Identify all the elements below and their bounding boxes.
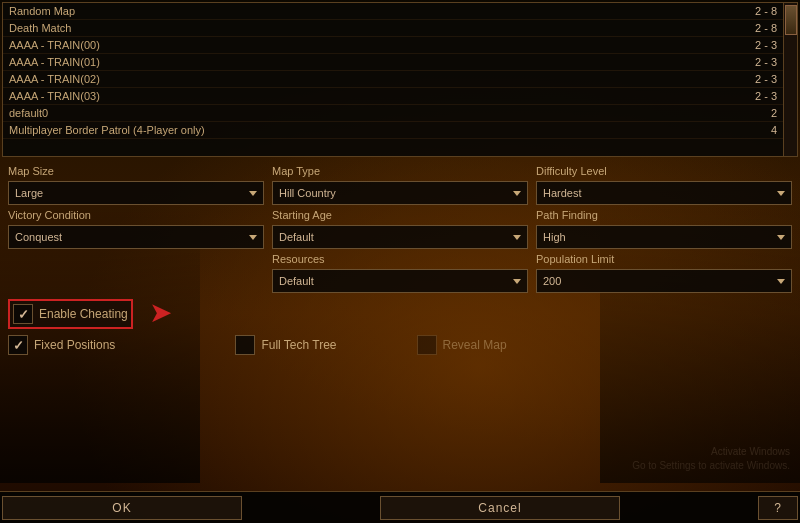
starting-age-dropdown[interactable]: Default <box>272 225 528 249</box>
full-tech-tree-checkbox[interactable] <box>235 335 255 355</box>
map-size-label: Map Size <box>8 165 264 177</box>
population-value: 200 <box>543 275 561 287</box>
population-label: Population Limit <box>536 253 792 265</box>
enable-cheating-label: Enable Cheating <box>39 307 128 321</box>
resources-label: Resources <box>272 253 528 265</box>
list-item-name: default0 <box>9 107 747 119</box>
settings-grid-row2: Victory Condition Conquest Starting Age … <box>4 205 796 249</box>
resources-value: Default <box>279 275 314 287</box>
difficulty-arrow-icon <box>777 191 785 196</box>
difficulty-dropdown[interactable]: Hardest <box>536 181 792 205</box>
map-size-group: Map Size Large <box>8 165 264 205</box>
help-button[interactable]: ? <box>758 496 798 520</box>
list-item-num: 2 - 3 <box>747 90 777 102</box>
map-list-panel: Random Map2 - 8Death Match2 - 8AAAA - TR… <box>2 2 798 157</box>
list-item[interactable]: Death Match2 - 8 <box>3 20 797 37</box>
cancel-button[interactable]: Cancel <box>380 496 620 520</box>
list-item[interactable]: Random Map2 - 8 <box>3 3 797 20</box>
difficulty-group: Difficulty Level Hardest <box>536 165 792 205</box>
list-item[interactable]: AAAA - TRAIN(03)2 - 3 <box>3 88 797 105</box>
list-item[interactable]: Multiplayer Border Patrol (4-Player only… <box>3 122 797 139</box>
ok-button[interactable]: OK <box>2 496 242 520</box>
list-item-num: 2 - 8 <box>747 5 777 17</box>
starting-age-group: Starting Age Default <box>272 209 528 249</box>
bottom-bar: OK Cancel ? <box>0 491 800 523</box>
map-size-value: Large <box>15 187 43 199</box>
resources-group: Resources Default <box>272 253 528 293</box>
settings-grid-row1: Map Size Large Map Type Hill Country Dif… <box>4 165 796 205</box>
list-item[interactable]: AAAA - TRAIN(00)2 - 3 <box>3 37 797 54</box>
fixed-positions-checkbox[interactable] <box>8 335 28 355</box>
map-size-arrow-icon <box>249 191 257 196</box>
settings-area: Map Size Large Map Type Hill Country Dif… <box>0 157 800 491</box>
list-item-name: AAAA - TRAIN(01) <box>9 56 747 68</box>
population-dropdown[interactable]: 200 <box>536 269 792 293</box>
map-type-label: Map Type <box>272 165 528 177</box>
enable-cheating-checkbox[interactable] <box>13 304 33 324</box>
list-item-num: 2 <box>747 107 777 119</box>
population-arrow-icon <box>777 279 785 284</box>
list-item-num: 2 - 3 <box>747 39 777 51</box>
pathfinding-arrow-icon <box>777 235 785 240</box>
reveal-map-label: Reveal Map <box>443 338 507 352</box>
pathfinding-value: High <box>543 231 566 243</box>
map-type-group: Map Type Hill Country <box>272 165 528 205</box>
empty-col1 <box>8 253 264 293</box>
list-item-name: AAAA - TRAIN(03) <box>9 90 747 102</box>
list-item[interactable]: default02 <box>3 105 797 122</box>
starting-age-arrow-icon <box>513 235 521 240</box>
pathfinding-label: Path Finding <box>536 209 792 221</box>
list-item-num: 2 - 3 <box>747 73 777 85</box>
reveal-map-group: Reveal Map <box>417 335 507 355</box>
resources-arrow-icon <box>513 279 521 284</box>
full-tech-tree-label: Full Tech Tree <box>261 338 336 352</box>
list-item[interactable]: AAAA - TRAIN(02)2 - 3 <box>3 71 797 88</box>
red-arrow-icon: ➤ <box>149 299 172 327</box>
fixed-positions-group: Fixed Positions <box>8 335 115 355</box>
bottom-checkboxes-row: Fixed Positions Full Tech Tree Reveal Ma… <box>4 333 796 357</box>
victory-dropdown[interactable]: Conquest <box>8 225 264 249</box>
list-item-name: Random Map <box>9 5 747 17</box>
victory-value: Conquest <box>15 231 62 243</box>
population-group: Population Limit 200 <box>536 253 792 293</box>
victory-group: Victory Condition Conquest <box>8 209 264 249</box>
map-type-arrow-icon <box>513 191 521 196</box>
list-item-name: AAAA - TRAIN(00) <box>9 39 747 51</box>
list-item-name: Multiplayer Border Patrol (4-Player only… <box>9 124 747 136</box>
list-item-name: AAAA - TRAIN(02) <box>9 73 747 85</box>
list-item-num: 2 - 8 <box>747 22 777 34</box>
enable-cheating-highlight: Enable Cheating <box>8 299 133 329</box>
enable-cheating-row: Enable Cheating ➤ <box>4 293 796 333</box>
list-item-num: 2 - 3 <box>747 56 777 68</box>
starting-age-value: Default <box>279 231 314 243</box>
map-type-value: Hill Country <box>279 187 336 199</box>
full-tech-tree-group: Full Tech Tree <box>235 335 336 355</box>
list-item[interactable]: AAAA - TRAIN(01)2 - 3 <box>3 54 797 71</box>
fixed-positions-label: Fixed Positions <box>34 338 115 352</box>
difficulty-value: Hardest <box>543 187 582 199</box>
starting-age-label: Starting Age <box>272 209 528 221</box>
victory-label: Victory Condition <box>8 209 264 221</box>
list-item-name: Death Match <box>9 22 747 34</box>
list-item-num: 4 <box>747 124 777 136</box>
map-size-dropdown[interactable]: Large <box>8 181 264 205</box>
pathfinding-group: Path Finding High <box>536 209 792 249</box>
reveal-map-checkbox[interactable] <box>417 335 437 355</box>
map-type-dropdown[interactable]: Hill Country <box>272 181 528 205</box>
settings-grid-row3: Resources Default Population Limit 200 <box>4 249 796 293</box>
scrollbar-thumb[interactable] <box>785 5 797 35</box>
resources-dropdown[interactable]: Default <box>272 269 528 293</box>
victory-arrow-icon <box>249 235 257 240</box>
difficulty-label: Difficulty Level <box>536 165 792 177</box>
pathfinding-dropdown[interactable]: High <box>536 225 792 249</box>
list-scrollbar[interactable] <box>783 3 797 156</box>
